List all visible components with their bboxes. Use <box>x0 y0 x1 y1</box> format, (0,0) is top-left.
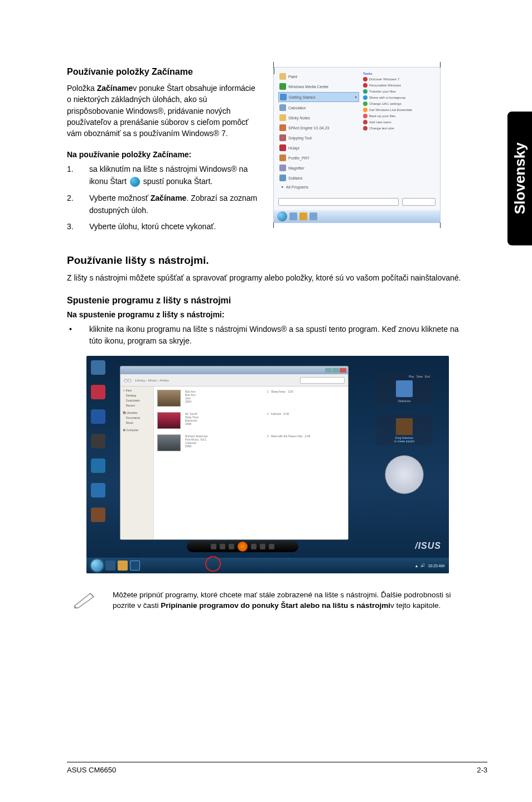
step2-pre: Vyberte možnosť <box>89 194 151 202</box>
sm-item: Calculator <box>288 106 306 110</box>
desktop-icon <box>91 434 105 448</box>
step-num: 2. <box>67 192 89 216</box>
section2-subheading: Spustenie programu z lišty s nástrojmi <box>67 296 468 306</box>
explorer-main: Bob AcriBob AcriJazz20041 Sleep Away 3:2… <box>154 386 348 539</box>
desktop-icon <box>91 458 105 473</box>
sm-tasks-header: Tasks <box>363 72 436 75</box>
explorer-sidebar: ☆ Favs Desktop Downloads Recent 📚 Librar… <box>120 386 154 539</box>
sm-item: Portfin_PRT <box>288 156 309 160</box>
media-player-bar <box>187 541 298 552</box>
taskbar-time: 10:23 AM <box>428 564 444 568</box>
bullet-1: • kliknite na ikonu programu na lište s … <box>67 323 468 347</box>
section1-title: Používanie položky Začíname <box>67 67 262 77</box>
bullet-marker: • <box>67 323 89 347</box>
note-post: v tejto kapitole. <box>390 601 441 610</box>
desktop-icon <box>91 409 105 424</box>
desktop-icon <box>91 483 105 497</box>
start-menu-screenshot: Paint Windows Media Center Getting Start… <box>273 67 441 223</box>
start-menu-left-column: Paint Windows Media Center Getting Start… <box>278 72 359 190</box>
start-orb-icon <box>91 559 103 572</box>
sm-right-item: Get Windows Live Essentials <box>369 108 412 112</box>
step1-post: spustí ponuka Štart. <box>141 177 212 186</box>
note-bold: Pripínanie programov do ponuky Štart ale… <box>161 601 390 610</box>
start-orb-icon <box>130 177 140 187</box>
sm-item: Paint <box>288 75 297 79</box>
step3-text: Vyberte úlohu, ktorú chcete vykonať. <box>89 221 262 233</box>
sm-right-item: Change UAC settings <box>369 102 402 105</box>
section1-intro: Položka Začínamev ponuke Štart obsahuje … <box>67 83 259 139</box>
section2-heading: Používanie lišty s nástrojmi. <box>67 254 468 267</box>
asus-logo: /ISUS <box>415 541 441 551</box>
sm-right-item: Add new users <box>369 120 391 124</box>
sm-right-item: Back up your files <box>369 114 395 118</box>
step-num: 1. <box>67 163 89 187</box>
sm-item: Sticky Notes <box>288 116 310 120</box>
start-orb-icon <box>277 211 287 221</box>
desktop-icon <box>91 508 105 522</box>
note-box: Môžete pripnúť programy, ktoré chcete ma… <box>67 590 468 611</box>
start-menu-right-column: Tasks Discover Windows 7 Personalize Win… <box>363 72 436 131</box>
bullet-text: kliknite na ikonu programu na lište s ná… <box>89 323 468 347</box>
section2-para: Z lišty s nástrojmi môžete spúšťať a spr… <box>67 272 468 283</box>
sm-right-item: Share with a homegroup <box>369 96 405 99</box>
step-num: 3. <box>67 221 89 233</box>
sm-right-item: Change text size <box>369 127 394 130</box>
sm-right-item: Transfer your files <box>369 90 396 93</box>
side-language-tab: Slovensky <box>507 112 532 245</box>
desktop-icon <box>91 360 105 375</box>
start-search-box <box>278 198 399 206</box>
step-2: 2. Vyberte možnosť Začíname. Zobrazí sa … <box>67 192 262 216</box>
section1-howto: Na používanie položky Začíname: <box>67 150 262 159</box>
section-getting-started: Používanie položky Začíname Položka Začí… <box>67 67 262 238</box>
desktop-screenshot: ◯◯ Library › Music › Artists ☆ Favs Desk… <box>86 356 449 573</box>
step2-bold: Začíname <box>151 194 187 202</box>
shutdown-button <box>402 198 436 206</box>
sm-right-item: Discover Windows 7 <box>369 78 399 81</box>
pen-icon <box>72 590 99 611</box>
clock-gadget <box>385 455 424 494</box>
footer-page-number: 2-3 <box>477 766 487 774</box>
sm-item: Snipping Tool <box>288 136 312 140</box>
sm-item: All Programs <box>286 185 308 189</box>
page-footer: ASUS CM6650 2-3 <box>67 762 487 774</box>
sm-item: HiJapr <box>288 146 299 150</box>
sm-right-item: Personalize Windows <box>369 84 401 87</box>
gadget-widget: Drag Selectionto create playlist <box>376 415 432 445</box>
step-1: 1. sa kliknutím na lište s nástrojmi Win… <box>67 163 262 187</box>
explorer-window: ◯◯ Library › Music › Artists ☆ Favs Desk… <box>120 366 349 540</box>
start-screenshot-taskbar <box>274 210 440 223</box>
intro-bold: Začíname <box>97 84 133 93</box>
sm-item: Solitaire <box>288 176 302 180</box>
play-icon <box>238 542 248 552</box>
sm-item: SPArd Engine V1.04.23 <box>288 126 329 130</box>
gadget-widget: PlaySaveEnd Slideshow <box>376 373 432 405</box>
section2-howto: Na spustenie programu z lišty s nástrojm… <box>67 310 468 319</box>
desktop-icon <box>91 385 105 399</box>
step-3: 3. Vyberte úlohu, ktorú chcete vykonať. <box>67 221 262 233</box>
sm-item: Windows Media Center <box>288 85 328 89</box>
footer-left: ASUS CM6650 <box>67 766 116 774</box>
sm-item-highlighted: Getting Started▸ <box>278 92 359 102</box>
intro-pre: Položka <box>67 84 97 93</box>
sm-item: Magnifier <box>288 166 304 170</box>
desktop-taskbar: ▲🔊 10:23 AM <box>86 558 449 573</box>
